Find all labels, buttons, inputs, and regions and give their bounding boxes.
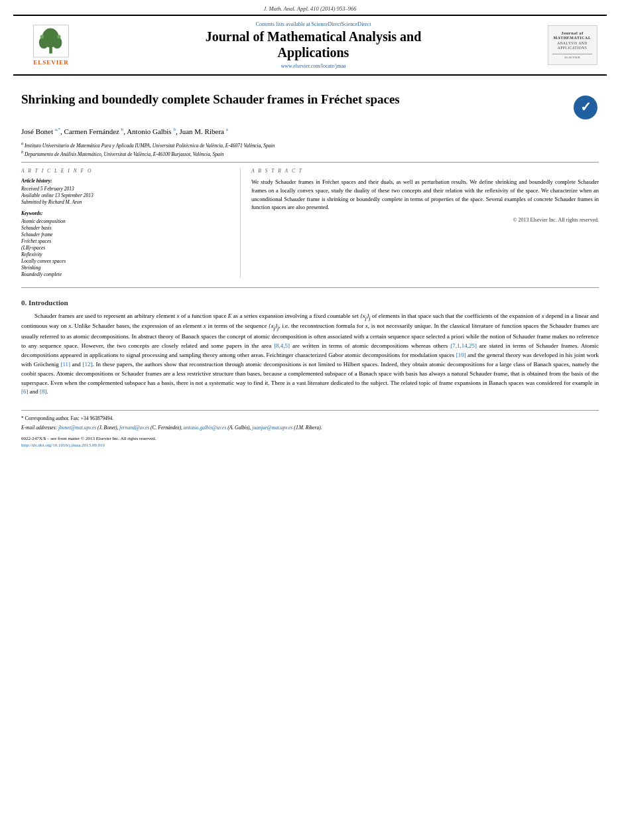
ref-10: [10] <box>456 352 466 358</box>
keyword-7: Locally convex spaces <box>21 258 229 264</box>
affil-sup-b1: b <box>121 127 124 132</box>
journal-ref-text: J. Math. Anal. Appl. 410 (2014) 953–966 <box>264 5 357 12</box>
ref-12: [12] <box>83 361 93 368</box>
history-item-1: Received 5 February 2013 <box>21 186 229 192</box>
header-divider <box>21 162 599 163</box>
journal-cover-thumbnail: Journal of MATHEMATICAL ANALYSIS AND APP… <box>548 25 597 65</box>
email-galbis[interactable]: antonio.galbis@uv.es <box>184 425 227 431</box>
elsevier-tree-icon <box>31 25 71 58</box>
keyword-2: Schauder basis <box>21 225 229 231</box>
elsevier-logo: ELSEVIER <box>21 25 81 66</box>
intro-title: 0. Introduction <box>21 299 599 307</box>
intro-paragraph-1: Schauder frames are used to represent an… <box>21 312 599 397</box>
ref-6: [6] <box>21 388 29 395</box>
affil-sup-a: a,* <box>55 127 60 132</box>
affil-sup-a2: a <box>226 127 228 132</box>
svg-point-5 <box>40 35 44 38</box>
keyword-9: Boundedly complete <box>21 271 229 277</box>
issn-notice: 0022-247X/$ – see front matter © 2013 El… <box>21 435 599 443</box>
doi-link[interactable]: http://dx.doi.org/10.1016/j.jmaa.2013.09… <box>21 442 599 449</box>
copyright-notice: © 2013 Elsevier Inc. All rights reserved… <box>251 217 599 223</box>
svg-point-4 <box>52 36 62 48</box>
email-fernand[interactable]: fernand@uv.es <box>119 425 149 431</box>
article-info-abstract-row: A R T I C L E I N F O Article history: R… <box>21 168 599 278</box>
svg-text:C: C <box>589 98 594 105</box>
keyword-5: (LB)-spaces <box>21 245 229 251</box>
journal-title-block: Contents lists available at ScienceDirec… <box>81 21 546 69</box>
ref-11: [11] <box>60 361 70 368</box>
elsevier-logo-container: ELSEVIER <box>21 25 81 66</box>
email-addresses: E-mail addresses: jbonet@mat.upv.es (J. … <box>21 424 599 431</box>
keyword-1: Atomic decomposition <box>21 218 229 224</box>
ref-7-1-14-25: [7,1,14,25] <box>450 342 477 349</box>
footnotes-block: * Corresponding author. Fax: +34 9638794… <box>21 410 599 449</box>
journal-banner: ELSEVIER Contents lists available at Sci… <box>13 15 607 76</box>
affiliations-block: a Instituto Universitario de Matemática … <box>21 141 599 159</box>
history-item-2: Available online 13 September 2013 <box>21 192 229 198</box>
affiliation-a: a Instituto Universitario de Matemática … <box>21 141 599 149</box>
article-history-title: Article history: <box>21 178 229 184</box>
keywords-title: Keywords: <box>21 210 229 216</box>
authors-line: José Bonet a,*, Carmen Fernández b, Anto… <box>21 126 599 137</box>
corresponding-note: * Corresponding author. Fax: +34 9638794… <box>21 415 599 422</box>
article-info-column: A R T I C L E I N F O Article history: R… <box>21 168 241 278</box>
page: J. Math. Anal. Appl. 410 (2014) 953–966 <box>0 0 620 840</box>
affiliation-b: b Departamento de Análisis Matemático, U… <box>21 149 599 158</box>
svg-point-3 <box>39 36 49 48</box>
elsevier-wordmark: ELSEVIER <box>33 59 69 66</box>
history-item-3: Submitted by Richard M. Aron <box>21 199 229 205</box>
keyword-4: Fréchet spaces <box>21 238 229 244</box>
contents-label: Contents lists available at ScienceDirec… <box>81 21 546 27</box>
affil-sup-b2: b <box>173 127 176 132</box>
keyword-6: Reflexivity <box>21 251 229 257</box>
journal-full-title: Journal of Mathematical Analysis and App… <box>81 29 546 60</box>
ref-8b: [8] <box>40 388 47 395</box>
introduction-section: 0. Introduction Schauder frames are used… <box>21 299 599 397</box>
main-content: Shrinking and boundedly complete Schaude… <box>0 76 620 456</box>
article-info-label: A R T I C L E I N F O <box>21 168 229 174</box>
svg-point-6 <box>57 35 60 38</box>
journal-cover-image: Journal of MATHEMATICAL ANALYSIS AND APP… <box>546 25 599 65</box>
article-title: Shrinking and boundedly complete Schaude… <box>21 92 572 107</box>
abstract-column: A B S T R A C T We study Schauder frames… <box>241 168 599 278</box>
sciencedirect-link[interactable]: ScienceDirect <box>312 21 341 27</box>
crossmark-icon[interactable]: ✓ C <box>572 94 599 121</box>
keyword-8: Shrinking <box>21 265 229 271</box>
journal-reference: J. Math. Anal. Appl. 410 (2014) 953–966 <box>0 0 620 15</box>
abstract-label: A B S T R A C T <box>251 168 599 174</box>
abstract-text: We study Schauder frames in Fréchet spac… <box>251 178 599 212</box>
email-jbonet[interactable]: jbonet@mat.upv.es <box>58 425 96 431</box>
ref-8-4-5: [8,4,5] <box>274 342 290 349</box>
email-ribera[interactable]: juanjue@mat.upv.es <box>252 425 292 431</box>
content-divider <box>21 287 599 288</box>
journal-url[interactable]: www.elsevier.com/locate/jmaa <box>81 63 546 69</box>
article-title-row: Shrinking and boundedly complete Schaude… <box>21 92 599 121</box>
keyword-3: Schauder frame <box>21 232 229 238</box>
